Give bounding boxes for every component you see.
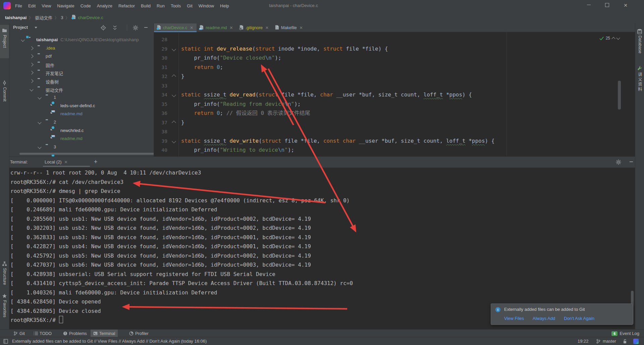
tree-item-readme.md[interactable]: readme.md [9,135,154,143]
breadcrumb-item[interactable]: charDevice.c [78,15,103,20]
menu-analyze[interactable]: Analyze [94,3,115,8]
editor-tab-.gitignore[interactable]: .gitignore✕ [236,23,272,32]
breadcrumb-item[interactable]: taishanpai [5,15,26,20]
notification-link-don-t-ask-again[interactable]: Don't Ask Again [564,316,594,321]
breadcrumb-item[interactable]: 驱动文件 [35,14,52,21]
editor-tab-Makefile[interactable]: Makefile✕ [272,23,306,32]
editor-scrollbar[interactable] [618,81,621,110]
tree-horizontal-scrollbar[interactable] [19,153,154,155]
fold-marker-icon[interactable] [172,93,176,97]
tree-item-2[interactable]: 2 [9,118,154,126]
menu-edit[interactable]: Edit [25,3,39,8]
close-icon[interactable]: ✕ [230,25,233,30]
menu-navigate[interactable]: Navigate [54,3,77,8]
tool-window-tab-commit[interactable]: Commit [0,87,9,102]
menu-tools[interactable]: Tools [168,3,184,8]
minimize-panel-icon[interactable] [629,159,634,165]
tree-item-_[interactable]: 开发笔记 [9,69,154,77]
tree-item-_[interactable]: 固件 [9,61,154,69]
tool-window-button-problems[interactable]: Problems [60,330,90,337]
chevron-right-icon[interactable] [30,71,33,74]
hide-panel-icon[interactable] [144,25,149,30]
line-number: 40 [154,145,167,155]
new-terminal-button[interactable]: + [94,157,98,167]
menu-file[interactable]: File [12,3,25,8]
next-problem-icon[interactable] [616,36,620,40]
menu-bar: FileEditViewNavigateCodeAnalyzeRefactorB… [12,0,232,11]
md-file-icon [200,25,203,30]
chevron-down-icon[interactable] [38,120,41,124]
chevron-down-icon[interactable] [38,145,41,149]
locate-file-icon[interactable] [101,25,106,30]
fold-marker-icon[interactable] [172,47,176,51]
menu-refactor[interactable]: Refactor [115,3,138,8]
tree-item-leds-user-defind.c[interactable]: leds-user-defind.c [9,102,154,110]
plugin-status-icon[interactable] [633,339,639,344]
tool-window-button-todo[interactable]: TODO [31,330,54,337]
tree-item-3[interactable]: 3 [9,143,154,151]
menu-git[interactable]: Git [184,3,196,8]
chevron-down-icon[interactable] [30,87,33,91]
menu-build[interactable]: Build [138,3,154,8]
chevron-down-icon[interactable] [21,38,24,42]
chevron-right-icon[interactable] [30,79,33,83]
unlock-icon[interactable] [623,339,627,344]
tree-item-_[interactable]: 驱动文件 [9,85,154,93]
breadcrumb[interactable]: taishanpai〉驱动文件〉3〉charDevice.c [5,11,103,23]
close-icon[interactable]: ✕ [265,25,269,30]
chevron-down-icon[interactable] [35,27,37,28]
chevron-down-icon[interactable] [38,95,41,99]
editor-tab-readme.md[interactable]: readme.md✕ [197,23,236,32]
tool-window-tab-docs[interactable]: 讲义资料 [635,72,644,93]
tool-window-switcher-icon[interactable] [3,339,8,344]
git-branch-icon[interactable] [596,339,601,344]
chevron-right-icon[interactable] [30,46,33,50]
terminal-settings-gear-icon[interactable] [616,159,621,165]
tree-item-readme.md[interactable]: readme.md [9,110,154,118]
menu-run[interactable]: Run [154,3,168,8]
menu-help[interactable]: Help [217,3,232,8]
tool-window-tab-database[interactable]: Database [635,36,644,55]
status-message[interactable]: Externally added files can be added to G… [12,337,207,345]
maximize-button[interactable] [600,0,614,11]
tool-window-button-profiler[interactable]: Profiler [126,330,151,337]
tree-item-_[interactable]: 设备树 [9,77,154,85]
close-button[interactable]: ✕ [618,0,633,11]
tab-label: readme.md [206,25,227,30]
close-icon[interactable]: ✕ [300,25,303,30]
tool-window-button-git[interactable]: Git [11,330,28,337]
notification-link-always-add[interactable]: Always Add [533,316,555,321]
editor-tab-charDevice.c[interactable]: charDevice.c✕ [154,23,197,32]
tool-window-tab-favorites[interactable]: Favorites [0,300,9,318]
inspections-widget[interactable]: 25 [599,36,620,41]
chevron-right-icon[interactable] [30,63,33,66]
code-editor[interactable]: 2829static int dev_release(struct inode … [154,32,635,156]
panel-settings-gear-icon[interactable] [133,25,138,30]
fold-marker-icon[interactable] [172,121,176,125]
menu-view[interactable]: View [39,3,54,8]
terminal-prompt[interactable]: root@RK356X:/# [10,316,63,325]
menu-code[interactable]: Code [77,3,94,8]
tool-window-tab-structure[interactable]: Structure [0,268,9,286]
terminal-line: [ 0.427037] usb usb6: New USB device fou… [10,260,311,269]
tree-item-.idea[interactable]: .idea [9,44,154,52]
prev-problem-icon[interactable] [611,37,615,41]
fold-marker-icon[interactable] [172,74,176,79]
chevron-right-icon[interactable] [30,54,33,58]
minimize-button[interactable] [581,0,596,11]
close-icon[interactable]: ✕ [190,25,193,30]
fold-marker-icon[interactable] [172,139,176,143]
tree-item-newchrled.c[interactable]: newchrled.c [9,127,154,135]
git-branch-name[interactable]: master [603,337,616,345]
event-log-button[interactable]: 6 Event Log [611,330,639,337]
tree-item-1[interactable]: 1 [9,93,154,101]
notification-link-view-files[interactable]: View Files [504,316,524,321]
project-panel-title[interactable]: Project [13,25,28,30]
menu-window[interactable]: Window [196,3,217,8]
tool-window-button-terminal[interactable]: Terminal [91,330,118,337]
tree-item-pdf[interactable]: pdf [9,52,154,60]
breadcrumb-item[interactable]: 3 [61,15,63,20]
tree-item-taishanpai[interactable]: taishanpaiC:\Users\QINGJUE\Desktop\git\t… [9,36,154,44]
collapse-all-icon[interactable] [112,25,118,30]
tool-window-tab-project[interactable]: Project [0,35,9,49]
